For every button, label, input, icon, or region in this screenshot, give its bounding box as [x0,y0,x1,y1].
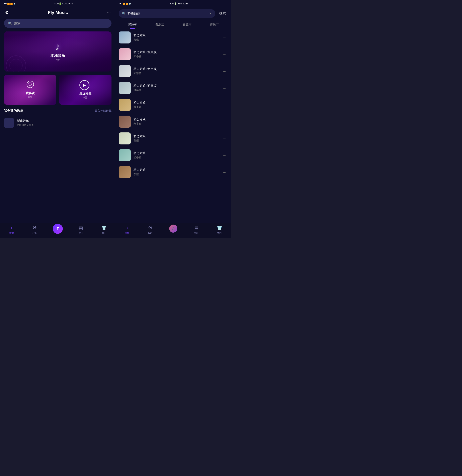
result-more-5[interactable]: ··· [221,119,228,125]
banner-count: 0首 [51,59,65,62]
result-title-3: 桥边姑娘 (萌童版) [134,84,218,88]
result-title-7: 桥边姑娘 [134,151,218,155]
right-mine-icon: 👕 [217,225,222,230]
heart-icon [26,81,35,90]
result-item-6[interactable]: 桥边姑娘 花僵 ··· [115,130,231,147]
search-input-wrap: 🔍 ✕ [119,9,215,18]
search-bar[interactable]: 🔍 搜索 [4,19,112,28]
svg-point-0 [27,81,34,88]
result-more-4[interactable]: ··· [221,102,228,108]
nav-manage[interactable]: ▤ 管理 [69,225,92,235]
playlist-more-btn[interactable]: ··· [108,121,112,125]
result-more-8[interactable]: ··· [221,169,228,175]
result-item-5[interactable]: 桥边姑娘 宋小睿 ··· [115,113,231,130]
tab-source-d[interactable]: 资源丁 [200,21,228,29]
result-text-8: 桥边姑娘 李恺 [134,168,218,176]
result-artist-4: 兔子牙 [134,105,218,109]
result-thumb-1 [119,48,131,60]
tab-source-b[interactable]: 资源乙 [146,21,173,29]
search-submit-btn[interactable]: 搜索 [217,10,228,17]
search-clear-btn[interactable]: ✕ [209,11,212,16]
search-top-bar: 🔍 ✕ 搜索 [115,7,231,20]
result-title-4: 桥边姑娘 [134,101,218,105]
result-item-2[interactable]: 桥边姑娘 (女声版) 宋雅萌 ··· [115,63,231,79]
result-more-3[interactable]: ··· [221,85,228,91]
nav-find[interactable]: 找歌 [23,225,46,235]
signal-hd1: HD [4,3,7,5]
new-playlist-item[interactable]: + 新建歌单 创建自定义歌单 ··· [0,116,115,130]
local-music-banner[interactable]: ♪ 本地音乐 0首 [4,32,112,71]
right-nav-listen[interactable]: ♪ 听歌 [115,225,139,235]
status-center-right: 81%🔋 81% 10:36 [170,2,188,5]
result-more-6[interactable]: ··· [221,136,228,142]
recent-play-card[interactable]: ▶ 最近播放 0首 [59,75,112,105]
result-more-7[interactable]: ··· [221,152,228,159]
result-item-7[interactable]: 桥边姑娘 红格格 ··· [115,147,231,164]
tab-source-c[interactable]: 资源丙 [173,21,200,29]
find-label: 找歌 [33,232,37,235]
source-tabs: 资源甲 资源乙 资源丙 资源丁 [115,20,231,29]
signal-hd-r: HD [120,3,122,5]
result-thumb-3 [119,82,131,94]
fly-music-logo-btn[interactable]: F [53,224,63,234]
status-center-left: 81%🔋 81% 10:35 [54,2,73,5]
left-panel: HD 📶 📶 📡 81%🔋 81% 10:35 ⚙ Fly Music ··· … [0,0,115,238]
result-more-1[interactable]: ··· [221,51,228,58]
right-find-icon [148,225,152,231]
favorites-count: 0首 [26,95,35,99]
result-more-0[interactable]: ··· [221,34,228,41]
tab-source-a[interactable]: 资源甲 [119,21,146,29]
result-item-8[interactable]: 桥边姑娘 李恺 ··· [115,164,231,180]
result-thumb-7 [119,149,131,161]
right-panel: HD 📶 📶 📡 81%🔋 81% 10:36 🔍 ✕ 搜索 资源甲 资源乙 资… [115,0,231,238]
nav-mine[interactable]: 👕 我的 [92,225,115,235]
bottom-nav-right: ♪ 听歌 找歌 🎵 ▤ 管理 👕 我的 [115,223,231,238]
result-title-8: 桥边姑娘 [134,168,218,172]
result-thumb-6 [119,132,131,144]
result-title-0: 桥边姑娘 [134,34,218,37]
settings-icon-btn[interactable]: ⚙ [4,9,10,16]
right-listen-label: 听歌 [125,231,129,234]
right-find-label: 找歌 [148,232,152,235]
result-title-1: 桥边姑娘 (童声版) [134,50,218,54]
music-note-icon: ♪ [51,41,65,52]
playlist-section-header: 我创建的歌单 导入外部歌单 [0,109,115,116]
manage-label: 管理 [78,231,83,234]
result-item-4[interactable]: 桥边姑娘 兔子牙 ··· [115,96,231,113]
user-avatar[interactable]: 🎵 [169,225,177,233]
result-more-2[interactable]: ··· [221,68,228,74]
result-artist-3: 钟奕萌 [134,88,218,92]
recent-count: 0首 [79,96,91,99]
result-text-7: 桥边姑娘 红格格 [134,151,218,159]
right-nav-center[interactable]: 🎵 [162,225,185,235]
grid-cards-section: 我喜欢 0首 ▶ 最近播放 0首 [4,75,112,105]
favorites-card[interactable]: 我喜欢 0首 [4,75,56,105]
right-nav-find[interactable]: 找歌 [139,225,162,235]
favorites-title: 我喜欢 [26,91,35,95]
search-results-list: 桥边姑娘 海伦 ··· 桥边姑娘 (童声版) 宋小睿 ··· 桥边姑娘 (女声版… [115,29,231,223]
import-playlist-btn[interactable]: 导入外部歌单 [95,109,112,113]
right-nav-mine[interactable]: 👕 我的 [208,225,231,235]
right-nav-manage[interactable]: ▤ 管理 [185,225,208,235]
search-icon: 🔍 [8,21,12,25]
nav-center[interactable]: F [46,225,69,235]
nav-listen[interactable]: ♪ 听歌 [0,225,23,235]
signal-4g1: 📶 [7,3,10,5]
result-item-1[interactable]: 桥边姑娘 (童声版) 宋小睿 ··· [115,46,231,63]
banner-content: ♪ 本地音乐 0首 [51,41,65,62]
result-item-3[interactable]: 桥边姑娘 (萌童版) 钟奕萌 ··· [115,79,231,96]
result-item-0[interactable]: 桥边姑娘 海伦 ··· [115,29,231,46]
more-menu-btn[interactable]: ··· [106,9,112,16]
result-title-6: 桥边姑娘 [134,135,218,138]
find-icon [33,225,37,231]
result-artist-2: 宋雅萌 [134,71,218,75]
listen-label: 听歌 [9,231,14,234]
top-bar: ⚙ Fly Music ··· [0,7,115,19]
wifi-icon: 📡 [13,3,16,5]
signal-4g-r2: 📶 [126,3,128,5]
manage-icon: ▤ [79,225,83,230]
search-placeholder-text: 搜索 [14,21,20,26]
right-listen-icon: ♪ [126,225,128,230]
result-text-4: 桥边姑娘 兔子牙 [134,101,218,109]
search-input[interactable] [128,12,207,16]
